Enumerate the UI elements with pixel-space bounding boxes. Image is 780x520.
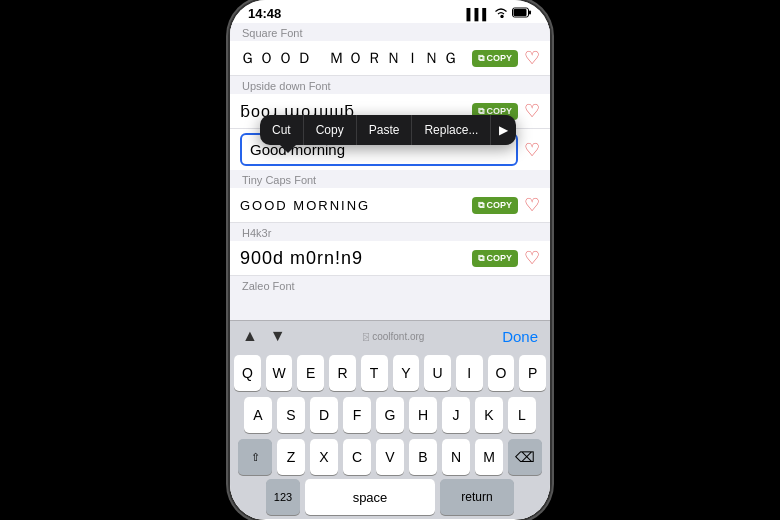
toolbar: ▲ ▼ ⍄ coolfont.org Done	[230, 320, 550, 351]
key-k[interactable]: K	[475, 397, 503, 433]
key-s[interactable]: S	[277, 397, 305, 433]
svg-rect-1	[529, 11, 531, 15]
hacker-header: H4k3r	[230, 223, 550, 241]
copy-icon-4: ⧉	[478, 253, 484, 264]
key-b[interactable]: B	[409, 439, 437, 475]
phone-frame: 14:48 ▌▌▌ Square Font ＧＯＯＤ ＭＯＲＮＩＮＧ ⧉ COP…	[230, 0, 550, 520]
key-p[interactable]: P	[519, 355, 546, 391]
keyboard: Q W E R T Y U I O P A S D F G H J K	[230, 351, 550, 519]
key-v[interactable]: V	[376, 439, 404, 475]
toolbar-nav: ▲ ▼	[242, 327, 286, 345]
context-menu-replace[interactable]: Replace...	[412, 115, 491, 145]
context-menu-more[interactable]: ▶	[491, 115, 516, 145]
key-j[interactable]: J	[442, 397, 470, 433]
hacker-heart-button[interactable]: ♡	[524, 247, 540, 269]
status-bar: 14:48 ▌▌▌	[230, 0, 550, 23]
key-a[interactable]: A	[244, 397, 272, 433]
key-n[interactable]: N	[442, 439, 470, 475]
hacker-copy-button[interactable]: ⧉ COPY	[472, 250, 518, 267]
key-h[interactable]: H	[409, 397, 437, 433]
key-r[interactable]: R	[329, 355, 356, 391]
square-font-header: Square Font	[230, 23, 550, 41]
key-e[interactable]: E	[297, 355, 324, 391]
status-time: 14:48	[248, 6, 281, 21]
key-i[interactable]: I	[456, 355, 483, 391]
upside-down-header: Upside down Font	[230, 76, 550, 94]
key-m[interactable]: M	[475, 439, 503, 475]
wifi-icon	[494, 7, 508, 20]
upside-down-heart-button[interactable]: ♡	[524, 100, 540, 122]
context-menu-copy[interactable]: Copy	[304, 115, 357, 145]
key-shift[interactable]: ⇧	[238, 439, 272, 475]
key-f[interactable]: F	[343, 397, 371, 433]
tiny-caps-copy-button[interactable]: ⧉ COPY	[472, 197, 518, 214]
copy-icon-3: ⧉	[478, 200, 484, 211]
key-o[interactable]: O	[488, 355, 515, 391]
toolbar-next-button[interactable]: ▼	[270, 327, 286, 345]
context-menu: Cut Copy Paste Replace... ▶	[260, 115, 516, 145]
tiny-caps-row: GOOD MORNING ⧉ COPY ♡	[230, 188, 550, 223]
coolfont-label: ⍄ coolfont.org	[363, 331, 424, 342]
keyboard-row-1: Q W E R T Y U I O P	[230, 351, 550, 393]
key-t[interactable]: T	[361, 355, 388, 391]
copy-icon: ⧉	[478, 53, 484, 64]
key-q[interactable]: Q	[234, 355, 261, 391]
status-icons: ▌▌▌	[467, 7, 532, 20]
key-space[interactable]: space	[305, 479, 435, 515]
zaleo-header: Zaleo Font	[230, 276, 550, 294]
scroll-content: Square Font ＧＯＯＤ ＭＯＲＮＩＮＧ ⧉ COPY ♡ Upside…	[230, 23, 550, 320]
tiny-caps-header: Tiny Caps Font	[230, 170, 550, 188]
tiny-caps-heart-button[interactable]: ♡	[524, 194, 540, 216]
key-u[interactable]: U	[424, 355, 451, 391]
battery-icon	[512, 7, 532, 20]
context-menu-paste[interactable]: Paste	[357, 115, 413, 145]
context-menu-tail	[280, 145, 296, 153]
input-heart-button[interactable]: ♡	[524, 139, 540, 161]
key-g[interactable]: G	[376, 397, 404, 433]
context-menu-cut[interactable]: Cut	[260, 115, 304, 145]
hacker-display: 900d m0rn!n9	[240, 248, 466, 269]
key-w[interactable]: W	[266, 355, 293, 391]
square-font-heart-button[interactable]: ♡	[524, 47, 540, 69]
toolbar-done-button[interactable]: Done	[502, 328, 538, 345]
key-x[interactable]: X	[310, 439, 338, 475]
key-z[interactable]: Z	[277, 439, 305, 475]
svg-rect-2	[514, 9, 527, 16]
signal-icon: ▌▌▌	[467, 8, 490, 20]
content-area: Square Font ＧＯＯＤ ＭＯＲＮＩＮＧ ⧉ COPY ♡ Upside…	[230, 23, 550, 519]
key-c[interactable]: C	[343, 439, 371, 475]
hacker-row: 900d m0rn!n9 ⧉ COPY ♡	[230, 241, 550, 276]
square-font-row: ＧＯＯＤ ＭＯＲＮＩＮＧ ⧉ COPY ♡	[230, 41, 550, 76]
key-y[interactable]: Y	[393, 355, 420, 391]
keyboard-row-4: 123 space return	[230, 477, 550, 519]
key-return[interactable]: return	[440, 479, 514, 515]
key-delete[interactable]: ⌫	[508, 439, 542, 475]
key-l[interactable]: L	[508, 397, 536, 433]
square-font-display: ＧＯＯＤ ＭＯＲＮＩＮＧ	[240, 49, 466, 68]
square-font-copy-button[interactable]: ⧉ COPY	[472, 50, 518, 67]
keyboard-row-2: A S D F G H J K L	[230, 393, 550, 435]
toolbar-prev-button[interactable]: ▲	[242, 327, 258, 345]
keyboard-row-3: ⇧ Z X C V B N M ⌫	[230, 435, 550, 477]
key-num[interactable]: 123	[266, 479, 300, 515]
tiny-caps-display: GOOD MORNING	[240, 198, 466, 213]
key-d[interactable]: D	[310, 397, 338, 433]
